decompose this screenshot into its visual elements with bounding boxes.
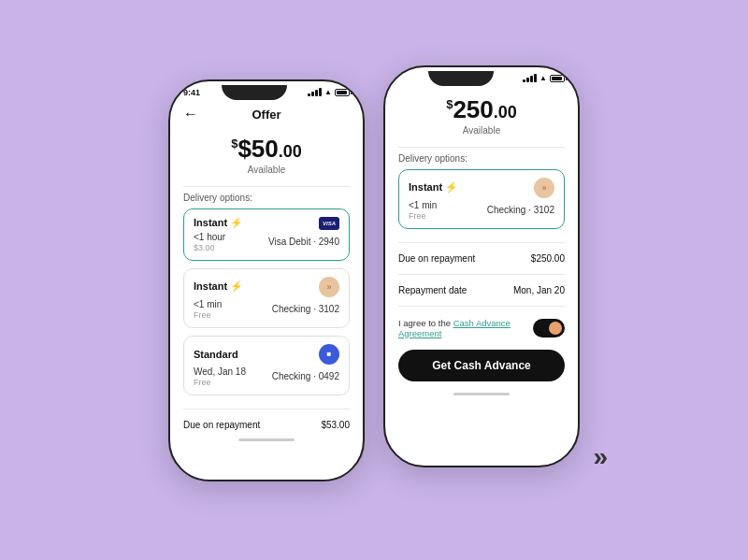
- back-button[interactable]: ←: [183, 106, 198, 122]
- due-val: $250.00: [531, 253, 565, 264]
- right-card-time: <1 min: [409, 200, 437, 210]
- card-title-0: Instant ⚡: [194, 217, 243, 229]
- page-title-left: Offer: [252, 108, 280, 122]
- right-phone: ▲ $250.00 Available Delivery options: In…: [383, 65, 580, 467]
- wifi-icon-right: ▲: [539, 74, 547, 82]
- right-card-title: Instant ⚡: [409, 181, 458, 194]
- summary-row-left: Due on repayment $53.00: [170, 415, 363, 435]
- available-label-right: Available: [385, 125, 578, 136]
- card-time-0: <1 hour: [194, 232, 225, 242]
- status-bar-right: ▲: [385, 67, 578, 86]
- delivery-card-1[interactable]: Instant ⚡ » <1 min Free Checking · 3102: [183, 268, 350, 328]
- card-fee-1: Free: [194, 310, 222, 320]
- summary-row-r2: Repayment date Mon, Jan 20: [385, 280, 578, 300]
- toggle-knob: [549, 322, 562, 335]
- left-screen: ← Offer $$50.00 Available Delivery optio…: [170, 100, 363, 480]
- divider-2-right: [398, 242, 565, 243]
- nav-bar-left: ← Offer: [170, 100, 363, 125]
- arrow-badge-1: »: [319, 277, 339, 297]
- delivery-card-0[interactable]: Instant ⚡ VISA <1 hour $3.00 Visa Debit …: [183, 208, 350, 261]
- battery-icon: [335, 89, 350, 96]
- double-chevron-icon: »: [593, 442, 608, 472]
- battery-icon-right: [550, 75, 565, 82]
- agreement-toggle[interactable]: [533, 319, 565, 337]
- amount-section-left: $$50.00 Available: [170, 125, 363, 180]
- summary-key-left: Due on repayment: [183, 420, 260, 430]
- status-icons-left: ▲: [308, 88, 350, 96]
- status-bar-left: 9:41 ▲: [170, 81, 363, 100]
- divider-1-right: [398, 147, 565, 148]
- notch-right: [428, 71, 494, 86]
- repayment-key: Repayment date: [398, 285, 467, 295]
- delivery-card-2[interactable]: Standard ■ Wed, Jan 18 Free Checking · 0…: [183, 336, 350, 395]
- delivery-label-left: Delivery options:: [170, 193, 363, 208]
- checking-badge-2: ■: [319, 344, 339, 365]
- wifi-icon: ▲: [324, 88, 332, 96]
- amount-display-right: $250.00: [385, 95, 578, 124]
- time-left: 9:41: [183, 88, 200, 97]
- delivery-label-right: Delivery options:: [385, 153, 578, 169]
- card-account-2: Checking · 0492: [272, 371, 339, 381]
- amount-display-left: $$50.00: [170, 135, 363, 164]
- card-fee-2: Free: [194, 378, 246, 387]
- due-key: Due on repayment: [398, 253, 475, 264]
- divider-1-left: [183, 186, 350, 187]
- agreement-link[interactable]: Cash Advance Agreement: [398, 318, 511, 338]
- amount-section-right: $250.00 Available: [385, 86, 578, 141]
- card-account-0: Visa Debit · 2940: [268, 237, 339, 247]
- divider-3-right: [398, 274, 565, 275]
- status-icons-right: ▲: [523, 74, 565, 82]
- signal-icon: [308, 88, 322, 96]
- divider-2-left: [183, 409, 350, 409]
- divider-4-right: [398, 306, 565, 307]
- card-title-2: Standard: [194, 349, 238, 360]
- repayment-val: Mon, Jan 20: [513, 285, 565, 295]
- card-time-1: <1 min: [194, 299, 222, 309]
- right-card-account: Checking · 3102: [487, 205, 554, 215]
- card-account-1: Checking · 3102: [272, 304, 339, 314]
- card-title-1: Instant ⚡: [194, 280, 243, 293]
- agreement-row: I agree to the Cash Advance Agreement: [385, 312, 578, 344]
- right-delivery-card[interactable]: Instant ⚡ » <1 min Free Checking · 3102: [398, 169, 565, 229]
- left-phone: 9:41 ▲ ← Offer: [168, 79, 365, 481]
- summary-val-left: $53.00: [321, 420, 350, 430]
- visa-badge: VISA: [319, 217, 339, 230]
- agreement-text: I agree to the Cash Advance Agreement: [398, 318, 527, 338]
- right-arrow-badge: »: [534, 178, 554, 198]
- signal-icon-right: [523, 74, 537, 82]
- card-fee-0: $3.00: [194, 243, 225, 252]
- available-label-left: Available: [170, 165, 363, 175]
- right-card-fee: Free: [409, 211, 437, 221]
- notch-left: [222, 85, 287, 100]
- get-cash-advance-button[interactable]: Get Cash Advance: [398, 350, 565, 381]
- summary-row-r1: Due on repayment $250.00: [385, 249, 578, 268]
- home-indicator-right: [453, 393, 510, 395]
- right-screen: $250.00 Available Delivery options: Inst…: [385, 86, 578, 466]
- home-indicator-left: [238, 438, 295, 441]
- card-time-2: Wed, Jan 18: [194, 366, 246, 377]
